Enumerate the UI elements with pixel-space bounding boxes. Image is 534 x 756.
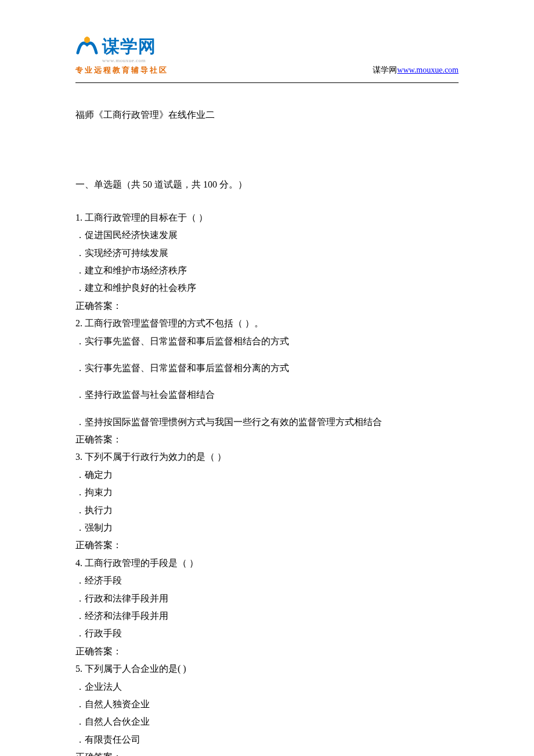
header-right: 谋学网www.mouxue.com [373, 65, 459, 75]
question-option: ．行政和法律手段并用 [75, 590, 459, 607]
spacer [75, 404, 459, 413]
header-right-prefix: 谋学网 [373, 66, 397, 74]
header-link[interactable]: www.mouxue.com [397, 66, 459, 74]
question-option: ．建立和维护良好的社会秩序 [75, 279, 459, 297]
logo-brand-text: 谋学网 [102, 35, 156, 59]
question-option: ．拘束力 [75, 484, 459, 501]
question-stem: 5. 下列属于人合企业的是( ) [75, 660, 459, 678]
correct-answer-label: 正确答案： [75, 643, 459, 660]
logo-text-col: 谋学网 [102, 35, 156, 59]
question-option: ．确定力 [75, 466, 459, 484]
question-option: ．坚持按国际监督管理惯例方式与我国一些行之有效的监督管理方式相结合 [75, 413, 459, 431]
question-option: ．坚持行政监督与社会监督相结合 [75, 386, 459, 404]
question-option: ．自然人独资企业 [75, 696, 459, 713]
question-option: ．行政手段 [75, 625, 459, 642]
question-stem: 4. 工商行政管理的手段是（ ） [75, 555, 459, 572]
question-option: ．执行力 [75, 502, 459, 519]
logo-url-text: www.mouxue.com [102, 57, 146, 63]
question-option: ．实行事先监督、日常监督和事后监督相结合的方式 [75, 333, 459, 350]
question-option: ．经济手段 [75, 572, 459, 589]
question-option: ．强制力 [75, 519, 459, 537]
document-body: 福师《工商行政管理》在线作业二 一、单选题（共 50 道试题，共 100 分。）… [75, 106, 459, 756]
logo-block: 谋学网 www.mouxue.com 专业远程教育辅导社区 [75, 35, 168, 75]
spacer [75, 194, 459, 209]
question-option: ．实行事先监督、日常监督和事后监督相分离的方式 [75, 359, 459, 377]
logo-tagline: 专业远程教育辅导社区 [75, 65, 168, 75]
logo-top-row: 谋学网 [75, 35, 156, 59]
correct-answer-label: 正确答案： [75, 748, 459, 756]
document-page: 谋学网 www.mouxue.com 专业远程教育辅导社区 谋学网www.mou… [0, 0, 534, 756]
question-stem: 3. 下列不属于行政行为效力的是（ ） [75, 448, 459, 466]
question-option: ．促进国民经济快速发展 [75, 226, 459, 244]
question-option: ．建立和维护市场经济秩序 [75, 262, 459, 279]
correct-answer-label: 正确答案： [75, 537, 459, 554]
correct-answer-label: 正确答案： [75, 297, 459, 315]
question-stem: 2. 工商行政管理监督管理的方式不包括（ ）。 [75, 315, 459, 332]
section-intro: 一、单选题（共 50 道试题，共 100 分。） [75, 176, 459, 193]
correct-answer-label: 正确答案： [75, 431, 459, 448]
question-option: ．实现经济可持续发展 [75, 244, 459, 262]
question-option: ．经济和法律手段并用 [75, 607, 459, 625]
page-header: 谋学网 www.mouxue.com 专业远程教育辅导社区 谋学网www.mou… [75, 35, 459, 83]
spacer [75, 124, 459, 176]
spacer [75, 377, 459, 386]
spacer [75, 350, 459, 359]
question-stem: 1. 工商行政管理的目标在于（ ） [75, 209, 459, 226]
questions-container: 1. 工商行政管理的目标在于（ ）．促进国民经济快速发展．实现经济可持续发展．建… [75, 209, 459, 756]
logo-icon [75, 35, 99, 59]
question-option: ．有限责任公司 [75, 731, 459, 748]
question-option: ．企业法人 [75, 678, 459, 696]
question-option: ．自然人合伙企业 [75, 713, 459, 730]
doc-title: 福师《工商行政管理》在线作业二 [75, 106, 459, 124]
